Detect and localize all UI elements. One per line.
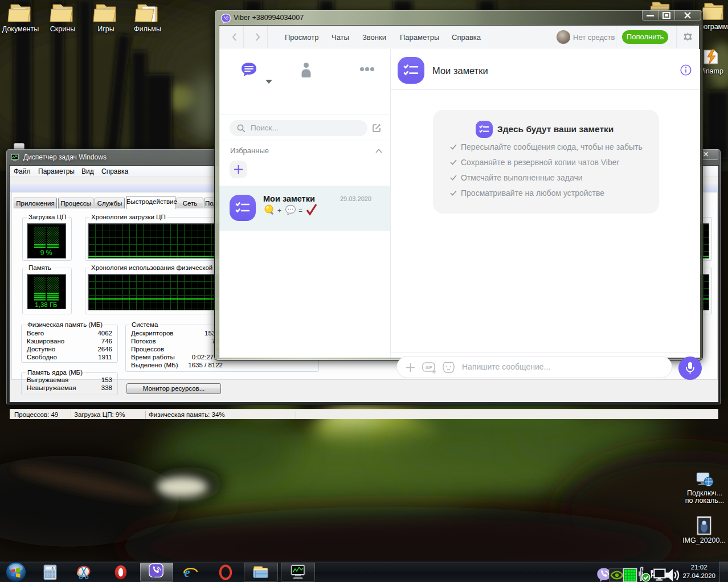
svg-text:9 %: 9 % xyxy=(40,249,52,257)
svg-text:1,38 ГБ: 1,38 ГБ xyxy=(35,301,57,308)
svg-text:GIF: GIF xyxy=(426,366,432,370)
svg-text:e: e xyxy=(185,565,190,580)
svg-text:0: 0 xyxy=(51,567,54,571)
